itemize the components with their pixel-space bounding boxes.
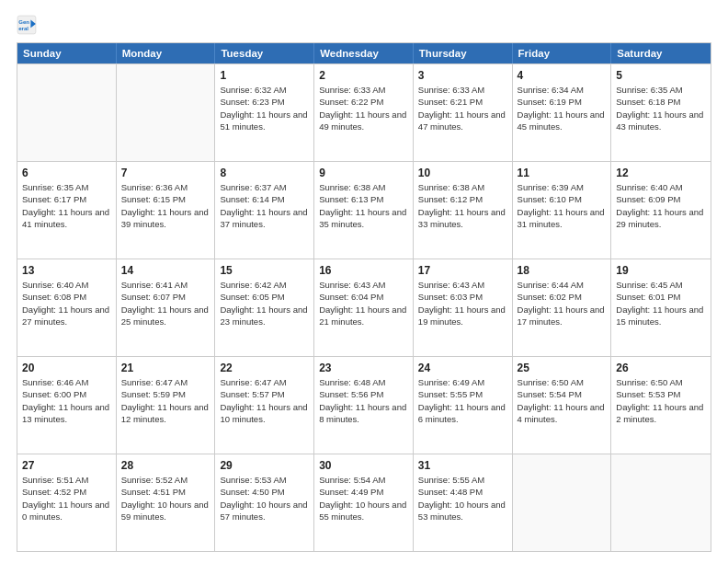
day-number-19: 19 — [616, 263, 706, 278]
weekday-header-tuesday: Tuesday — [215, 43, 314, 63]
day-info-20: Sunrise: 6:46 AMSunset: 6:00 PMDaylight:… — [22, 376, 111, 425]
week-row-3: 13Sunrise: 6:40 AMSunset: 6:08 PMDayligh… — [17, 259, 711, 356]
day-cell-29: 29Sunrise: 5:53 AMSunset: 4:50 PMDayligh… — [215, 454, 314, 551]
day-cell-31: 31Sunrise: 5:55 AMSunset: 4:48 PMDayligh… — [414, 454, 513, 551]
empty-cell — [17, 64, 117, 161]
day-number-23: 23 — [319, 361, 408, 375]
day-cell-28: 28Sunrise: 5:52 AMSunset: 4:51 PMDayligh… — [117, 454, 216, 551]
day-info-28: Sunrise: 5:52 AMSunset: 4:51 PMDaylight:… — [121, 474, 210, 523]
day-cell-16: 16Sunrise: 6:43 AMSunset: 6:04 PMDayligh… — [314, 259, 414, 356]
day-info-3: Sunrise: 6:33 AMSunset: 6:21 PMDaylight:… — [418, 84, 507, 132]
day-number-20: 20 — [22, 361, 111, 375]
day-number-8: 8 — [220, 166, 309, 180]
day-cell-2: 2Sunrise: 6:33 AMSunset: 6:22 PMDaylight… — [314, 64, 414, 161]
day-cell-18: 18Sunrise: 6:44 AMSunset: 6:02 PMDayligh… — [513, 259, 612, 356]
day-cell-3: 3Sunrise: 6:33 AMSunset: 6:21 PMDaylight… — [414, 64, 513, 161]
day-info-26: Sunrise: 6:50 AMSunset: 5:53 PMDaylight:… — [616, 376, 706, 425]
day-cell-24: 24Sunrise: 6:49 AMSunset: 5:55 PMDayligh… — [414, 357, 513, 454]
header: Gen eral — [17, 15, 711, 35]
day-number-11: 11 — [518, 166, 607, 180]
day-info-19: Sunrise: 6:45 AMSunset: 6:01 PMDaylight:… — [616, 279, 706, 327]
day-number-18: 18 — [518, 263, 607, 278]
day-number-5: 5 — [616, 68, 706, 83]
day-cell-30: 30Sunrise: 5:54 AMSunset: 4:49 PMDayligh… — [314, 454, 414, 551]
empty-cell — [117, 64, 216, 161]
day-info-2: Sunrise: 6:33 AMSunset: 6:22 PMDaylight:… — [319, 84, 408, 132]
day-cell-26: 26Sunrise: 6:50 AMSunset: 5:53 PMDayligh… — [611, 357, 711, 454]
day-info-9: Sunrise: 6:38 AMSunset: 6:13 PMDaylight:… — [319, 181, 408, 230]
day-cell-8: 8Sunrise: 6:37 AMSunset: 6:14 PMDaylight… — [215, 162, 314, 259]
week-row-4: 20Sunrise: 6:46 AMSunset: 6:00 PMDayligh… — [17, 356, 711, 454]
day-info-23: Sunrise: 6:48 AMSunset: 5:56 PMDaylight:… — [319, 376, 408, 425]
day-cell-15: 15Sunrise: 6:42 AMSunset: 6:05 PMDayligh… — [215, 259, 314, 356]
day-cell-21: 21Sunrise: 6:47 AMSunset: 5:59 PMDayligh… — [117, 357, 216, 454]
logo-icon: Gen eral — [17, 15, 37, 35]
day-info-17: Sunrise: 6:43 AMSunset: 6:03 PMDaylight:… — [418, 279, 507, 327]
day-cell-4: 4Sunrise: 6:34 AMSunset: 6:19 PMDaylight… — [513, 64, 612, 161]
day-cell-25: 25Sunrise: 6:50 AMSunset: 5:54 PMDayligh… — [513, 357, 612, 454]
day-cell-14: 14Sunrise: 6:41 AMSunset: 6:07 PMDayligh… — [117, 259, 216, 356]
day-number-2: 2 — [319, 68, 408, 83]
week-row-1: 1Sunrise: 6:32 AMSunset: 6:23 PMDaylight… — [17, 63, 711, 161]
day-number-10: 10 — [418, 166, 507, 180]
day-cell-5: 5Sunrise: 6:35 AMSunset: 6:18 PMDaylight… — [611, 64, 711, 161]
page: Gen eral SundayMondayTuesdayWednesdayThu… — [0, 0, 728, 563]
day-cell-19: 19Sunrise: 6:45 AMSunset: 6:01 PMDayligh… — [611, 259, 711, 356]
day-cell-22: 22Sunrise: 6:47 AMSunset: 5:57 PMDayligh… — [215, 357, 314, 454]
day-number-26: 26 — [616, 361, 706, 375]
weekday-header-sunday: Sunday — [17, 43, 117, 63]
day-info-7: Sunrise: 6:36 AMSunset: 6:15 PMDaylight:… — [121, 181, 210, 230]
day-number-16: 16 — [319, 263, 408, 278]
day-cell-23: 23Sunrise: 6:48 AMSunset: 5:56 PMDayligh… — [314, 357, 414, 454]
day-info-6: Sunrise: 6:35 AMSunset: 6:17 PMDaylight:… — [22, 181, 111, 230]
day-cell-27: 27Sunrise: 5:51 AMSunset: 4:52 PMDayligh… — [17, 454, 117, 551]
day-info-10: Sunrise: 6:38 AMSunset: 6:12 PMDaylight:… — [418, 181, 507, 230]
day-number-4: 4 — [518, 68, 607, 83]
day-number-1: 1 — [220, 68, 309, 83]
day-info-12: Sunrise: 6:40 AMSunset: 6:09 PMDaylight:… — [616, 181, 706, 230]
empty-cell — [611, 454, 711, 551]
day-number-22: 22 — [220, 361, 309, 375]
day-number-27: 27 — [22, 458, 111, 473]
day-cell-17: 17Sunrise: 6:43 AMSunset: 6:03 PMDayligh… — [414, 259, 513, 356]
day-number-21: 21 — [121, 361, 210, 375]
svg-text:Gen: Gen — [18, 19, 29, 25]
day-number-15: 15 — [220, 263, 309, 278]
day-info-24: Sunrise: 6:49 AMSunset: 5:55 PMDaylight:… — [418, 376, 507, 425]
day-number-30: 30 — [319, 458, 408, 473]
day-number-6: 6 — [22, 166, 111, 180]
day-info-5: Sunrise: 6:35 AMSunset: 6:18 PMDaylight:… — [616, 84, 706, 132]
weekday-header-monday: Monday — [117, 43, 216, 63]
day-cell-12: 12Sunrise: 6:40 AMSunset: 6:09 PMDayligh… — [611, 162, 711, 259]
day-cell-7: 7Sunrise: 6:36 AMSunset: 6:15 PMDaylight… — [117, 162, 216, 259]
day-number-12: 12 — [616, 166, 706, 180]
weekday-header-wednesday: Wednesday — [314, 43, 414, 63]
day-number-7: 7 — [121, 166, 210, 180]
day-number-25: 25 — [518, 361, 607, 375]
day-info-18: Sunrise: 6:44 AMSunset: 6:02 PMDaylight:… — [518, 279, 607, 327]
week-row-5: 27Sunrise: 5:51 AMSunset: 4:52 PMDayligh… — [17, 454, 711, 551]
day-info-16: Sunrise: 6:43 AMSunset: 6:04 PMDaylight:… — [319, 279, 408, 327]
day-cell-9: 9Sunrise: 6:38 AMSunset: 6:13 PMDaylight… — [314, 162, 414, 259]
day-info-4: Sunrise: 6:34 AMSunset: 6:19 PMDaylight:… — [518, 84, 607, 132]
logo: Gen eral — [17, 15, 39, 35]
day-number-3: 3 — [418, 68, 507, 83]
day-info-31: Sunrise: 5:55 AMSunset: 4:48 PMDaylight:… — [418, 474, 507, 523]
day-info-29: Sunrise: 5:53 AMSunset: 4:50 PMDaylight:… — [220, 474, 309, 523]
day-number-31: 31 — [418, 458, 507, 473]
day-number-17: 17 — [418, 263, 507, 278]
day-cell-13: 13Sunrise: 6:40 AMSunset: 6:08 PMDayligh… — [17, 259, 117, 356]
day-cell-11: 11Sunrise: 6:39 AMSunset: 6:10 PMDayligh… — [513, 162, 612, 259]
day-number-14: 14 — [121, 263, 210, 278]
weekday-header-friday: Friday — [513, 43, 612, 63]
day-number-9: 9 — [319, 166, 408, 180]
weekday-header-saturday: Saturday — [611, 43, 711, 63]
day-number-24: 24 — [418, 361, 507, 375]
day-number-29: 29 — [220, 458, 309, 473]
weekday-header-thursday: Thursday — [414, 43, 513, 63]
day-info-1: Sunrise: 6:32 AMSunset: 6:23 PMDaylight:… — [220, 84, 309, 132]
day-info-25: Sunrise: 6:50 AMSunset: 5:54 PMDaylight:… — [518, 376, 607, 425]
day-number-13: 13 — [22, 263, 111, 278]
day-info-8: Sunrise: 6:37 AMSunset: 6:14 PMDaylight:… — [220, 181, 309, 230]
day-info-22: Sunrise: 6:47 AMSunset: 5:57 PMDaylight:… — [220, 376, 309, 425]
